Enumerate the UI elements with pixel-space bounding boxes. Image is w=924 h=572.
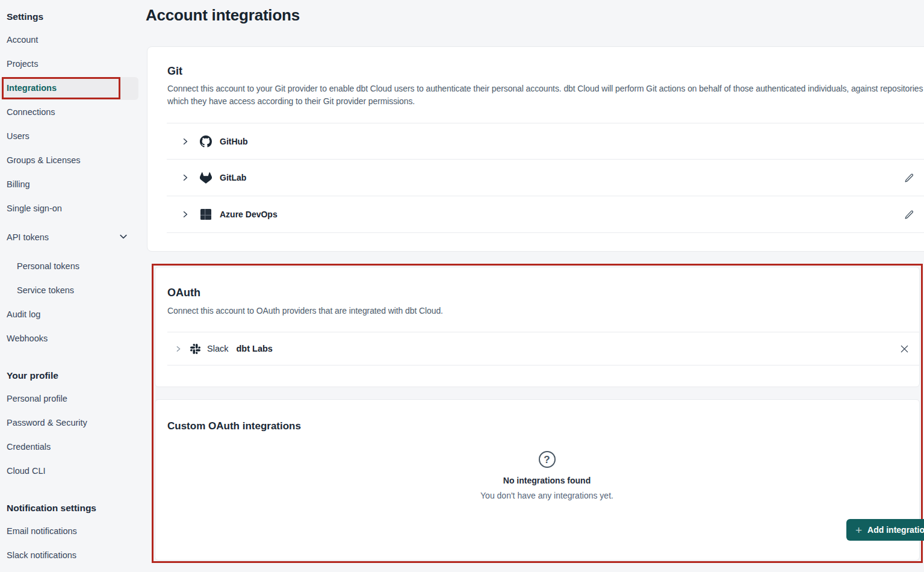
- slack-icon: [190, 344, 200, 354]
- chevron-right-icon: [181, 210, 190, 219]
- sidebar-item-personal-profile[interactable]: Personal profile: [7, 393, 67, 405]
- pencil-icon: [904, 210, 914, 220]
- github-row[interactable]: GitHub: [147, 123, 924, 159]
- page-title: Account integrations: [146, 6, 300, 25]
- empty-state-subtitle: You don't have any integrations yet.: [165, 491, 924, 500]
- oauth-section-description: Connect this account to OAuth providers …: [167, 305, 907, 317]
- chevron-right-icon: [174, 344, 182, 353]
- chevron-down-icon[interactable]: [119, 232, 128, 241]
- azure-devops-row[interactable]: Azure DevOps: [147, 196, 924, 232]
- gitlab-row[interactable]: GitLab: [147, 160, 924, 196]
- slack-integration-name: dbt Labs: [236, 344, 272, 353]
- sidebar-item-webhooks[interactable]: Webhooks: [7, 332, 48, 344]
- close-icon: [900, 344, 909, 353]
- oauth-section-card: OAuth Connect this account to OAuth prov…: [155, 267, 920, 387]
- sidebar-item-single-sign-on[interactable]: Single sign-on: [7, 202, 62, 214]
- add-integration-button[interactable]: + Add integration: [846, 519, 924, 541]
- azure-devops-icon: [200, 209, 211, 220]
- chevron-right-icon: [181, 137, 190, 146]
- sidebar-item-users[interactable]: Users: [7, 130, 29, 142]
- sidebar-item-integrations[interactable]: Integrations: [7, 82, 57, 94]
- git-section-card: Git Connect this account to your Git pro…: [147, 46, 924, 252]
- question-circle-icon: ?: [539, 451, 556, 468]
- sidebar-item-groups-licenses[interactable]: Groups & Licenses: [7, 154, 81, 166]
- add-integration-label: Add integration: [867, 525, 924, 535]
- gitlab-row-label: GitLab: [220, 173, 246, 182]
- slack-remove-button[interactable]: [896, 341, 912, 356]
- git-section-title: Git: [167, 65, 182, 78]
- gitlab-edit-button[interactable]: [901, 170, 917, 185]
- sidebar-item-email-notifications[interactable]: Email notifications: [7, 525, 77, 537]
- sidebar-item-api-tokens[interactable]: API tokens: [7, 231, 49, 243]
- sidebar-heading-your-profile: Your profile: [7, 370, 58, 382]
- empty-state: ? No integrations found You don't have a…: [165, 451, 924, 500]
- sidebar-item-credentials[interactable]: Credentials: [7, 441, 51, 453]
- azure-devops-row-label: Azure DevOps: [220, 210, 278, 219]
- sidebar-item-billing[interactable]: Billing: [7, 178, 30, 190]
- gitlab-icon: [200, 172, 212, 184]
- git-section-description: Connect this account to your Git provide…: [167, 82, 924, 108]
- sidebar-item-connections[interactable]: Connections: [7, 106, 55, 118]
- sidebar-item-password-security[interactable]: Password & Security: [7, 417, 87, 429]
- settings-sidebar: Settings Account Projects Integrations C…: [0, 0, 140, 572]
- sidebar-item-cloud-cli[interactable]: Cloud CLI: [7, 465, 45, 477]
- sidebar-item-projects[interactable]: Projects: [7, 58, 38, 70]
- sidebar-heading-notification-settings: Notification settings: [7, 502, 96, 514]
- empty-state-title: No integrations found: [165, 476, 924, 485]
- pencil-icon: [904, 173, 914, 183]
- slack-provider-label: Slack: [207, 344, 228, 353]
- sidebar-item-service-tokens[interactable]: Service tokens: [17, 284, 74, 296]
- github-row-label: GitHub: [220, 137, 248, 146]
- sidebar-item-slack-notifications[interactable]: Slack notifications: [7, 549, 76, 561]
- oauth-section-title: OAuth: [167, 287, 200, 299]
- plus-icon: +: [855, 524, 862, 536]
- chevron-right-icon: [181, 173, 190, 182]
- azure-devops-edit-button[interactable]: [901, 207, 917, 222]
- row-divider: [167, 365, 919, 365]
- github-icon: [200, 135, 212, 148]
- sidebar-item-audit-log[interactable]: Audit log: [7, 308, 40, 320]
- slack-oauth-row[interactable]: Slack dbt Labs: [155, 332, 919, 365]
- sidebar-heading-settings: Settings: [7, 11, 43, 23]
- custom-oauth-section-title: Custom OAuth integrations: [167, 420, 301, 432]
- sidebar-item-account[interactable]: Account: [7, 34, 38, 46]
- row-divider: [167, 232, 924, 233]
- question-glyph: ?: [544, 455, 550, 465]
- sidebar-item-personal-tokens[interactable]: Personal tokens: [17, 260, 79, 272]
- custom-oauth-section-card: Custom OAuth integrations ? No integrati…: [155, 399, 920, 561]
